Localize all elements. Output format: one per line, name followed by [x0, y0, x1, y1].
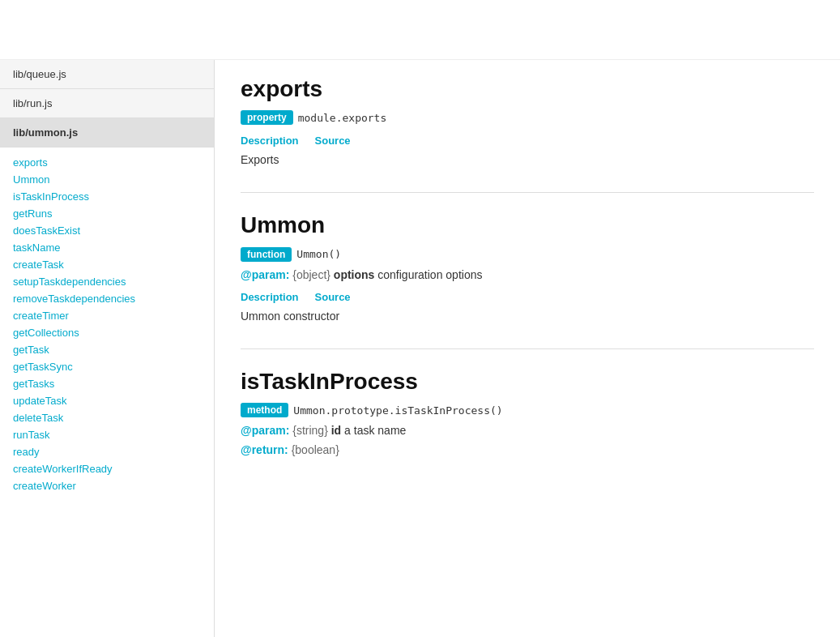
param-name: id	[331, 424, 344, 437]
section-ummon: UmmonfunctionUmmon()@param: {object} opt…	[241, 212, 814, 322]
sidebar-nav-item[interactable]: getRuns	[0, 205, 214, 222]
description-link[interactable]: Description	[241, 291, 299, 303]
sidebar-file-item[interactable]: lib/queue.js	[0, 60, 214, 89]
sidebar: lib/queue.jslib/run.jslib/ummon.js expor…	[0, 60, 215, 637]
sidebar-nav-item[interactable]: updateTask	[0, 392, 214, 409]
sidebar-nav-item[interactable]: setupTaskdependencies	[0, 273, 214, 290]
sidebar-nav-item[interactable]: createWorkerIfReady	[0, 460, 214, 477]
param-label: @return:	[241, 443, 292, 456]
sidebar-file-item[interactable]: lib/run.js	[0, 89, 214, 118]
code-signature: Ummon()	[296, 248, 341, 260]
section-title: exports	[241, 76, 814, 102]
description-text: Exports	[241, 153, 814, 166]
sidebar-nav-item[interactable]: deleteTask	[0, 409, 214, 426]
section-isTaskInProcess: isTaskInProcessmethodUmmon.prototype.isT…	[241, 369, 814, 456]
signature-row: propertymodule.exports	[241, 110, 814, 125]
sidebar-nav-item[interactable]: createTimer	[0, 307, 214, 324]
section-title: isTaskInProcess	[241, 369, 814, 395]
param-desc: configuration options	[377, 268, 482, 281]
param-type: {object}	[292, 268, 334, 281]
section-divider	[241, 348, 814, 349]
sidebar-nav-item[interactable]: exports	[0, 154, 214, 171]
sidebar-nav: exportsUmmonisTaskInProcessgetRunsdoesTa…	[0, 147, 214, 501]
sidebar-nav-item[interactable]: removeTaskdependencies	[0, 290, 214, 307]
sidebar-nav-item[interactable]: createTask	[0, 256, 214, 273]
badge-property: property	[241, 110, 293, 125]
param-label: @param:	[241, 424, 292, 437]
badge-function: function	[241, 247, 292, 262]
param-row: @param: {string} id a task name	[241, 424, 814, 437]
param-desc: a task name	[344, 424, 406, 437]
sidebar-nav-item[interactable]: getCollections	[0, 324, 214, 341]
description-text: Ummon constructor	[241, 310, 814, 323]
sidebar-nav-item[interactable]: Ummon	[0, 171, 214, 188]
meta-links-row: DescriptionSource	[241, 291, 814, 303]
param-name: options	[334, 268, 377, 281]
source-link[interactable]: Source	[315, 291, 351, 303]
code-signature: module.exports	[298, 112, 387, 124]
sidebar-files: lib/queue.jslib/run.jslib/ummon.js	[0, 60, 214, 147]
section-exports: exportspropertymodule.exportsDescription…	[241, 76, 814, 166]
code-signature: Ummon.prototype.isTaskInProcess()	[293, 404, 502, 416]
signature-row: methodUmmon.prototype.isTaskInProcess()	[241, 403, 814, 417]
sidebar-nav-item[interactable]: ready	[0, 443, 214, 460]
sidebar-nav-item[interactable]: runTask	[0, 426, 214, 443]
sidebar-nav-item[interactable]: taskName	[0, 239, 214, 256]
description-link[interactable]: Description	[241, 135, 299, 147]
sidebar-file-item[interactable]: lib/ummon.js	[0, 118, 214, 147]
section-title: Ummon	[241, 212, 814, 238]
param-label: @param:	[241, 268, 292, 281]
param-type: {boolean}	[292, 443, 339, 456]
source-link[interactable]: Source	[315, 135, 351, 147]
sidebar-nav-item[interactable]: getTaskSync	[0, 358, 214, 375]
sidebar-nav-item[interactable]: getTasks	[0, 375, 214, 392]
sidebar-nav-item[interactable]: doesTaskExist	[0, 222, 214, 239]
sidebar-nav-item[interactable]: createWorker	[0, 477, 214, 494]
sidebar-nav-item[interactable]: getTask	[0, 341, 214, 358]
meta-links-row: DescriptionSource	[241, 135, 814, 147]
param-type: {string}	[292, 424, 330, 437]
sidebar-nav-item[interactable]: isTaskInProcess	[0, 188, 214, 205]
param-row: @return: {boolean}	[241, 443, 814, 456]
signature-row: functionUmmon()	[241, 246, 814, 261]
param-row: @param: {object} options configuration o…	[241, 268, 814, 281]
main-content: exportspropertymodule.exportsDescription…	[215, 60, 840, 637]
section-divider	[241, 192, 814, 193]
badge-method: method	[241, 403, 288, 417]
